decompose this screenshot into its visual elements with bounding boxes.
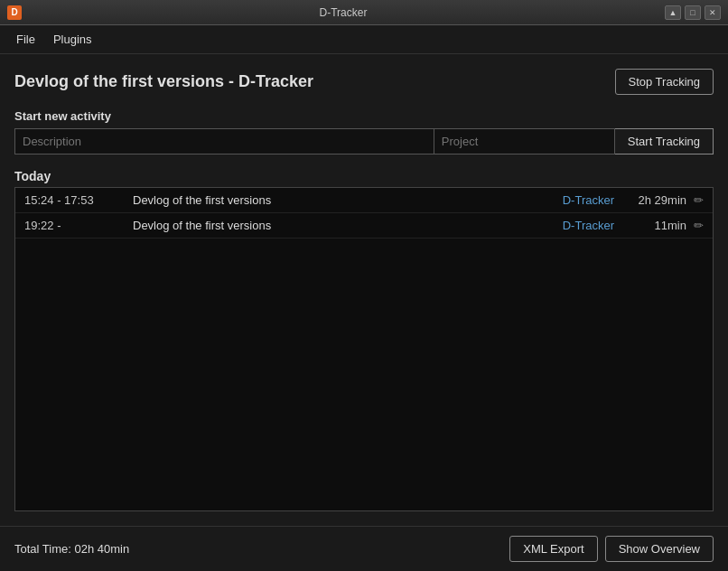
maximize-button[interactable]: □ [685, 5, 701, 20]
activity-duration: 11min [614, 219, 686, 232]
minimize-button[interactable]: ▲ [665, 5, 681, 20]
description-input[interactable] [14, 128, 434, 154]
activity-project: D-Tracker [563, 193, 614, 207]
header-row: Devlog of the first versions - D-Tracker… [14, 69, 714, 95]
table-row: 19:22 -Devlog of the first versionsD-Tra… [15, 213, 713, 239]
today-label: Today [14, 169, 714, 183]
edit-icon[interactable]: ✏ [694, 193, 704, 207]
menubar: File Plugins [0, 25, 728, 54]
new-activity-row: Start Tracking [14, 128, 714, 154]
activity-duration: 2h 29min [614, 193, 686, 207]
app-icon: D [7, 5, 22, 20]
titlebar: D D-Tracker ▲ □ ✕ [0, 0, 728, 25]
activity-time: 15:24 - 17:53 [24, 193, 133, 207]
app-title: Devlog of the first versions - D-Tracker [14, 72, 313, 91]
total-time: Total Time: 02h 40min [14, 542, 129, 556]
menu-plugins[interactable]: Plugins [44, 29, 101, 50]
window-title: D-Tracker [22, 6, 665, 19]
activity-description: Devlog of the first versions [133, 219, 555, 232]
xml-export-button[interactable]: XML Export [509, 536, 597, 562]
close-button[interactable]: ✕ [705, 5, 721, 20]
activity-project: D-Tracker [563, 219, 614, 232]
stop-tracking-button[interactable]: Stop Tracking [615, 69, 714, 95]
activity-time: 19:22 - [24, 219, 133, 232]
project-input[interactable] [434, 128, 615, 154]
show-overview-button[interactable]: Show Overview [605, 536, 714, 562]
table-row: 15:24 - 17:53Devlog of the first version… [15, 188, 713, 213]
footer-buttons: XML Export Show Overview [509, 536, 714, 562]
edit-icon[interactable]: ✏ [694, 219, 704, 232]
menu-file[interactable]: File [7, 29, 44, 50]
start-tracking-button[interactable]: Start Tracking [615, 128, 714, 154]
main-content: Devlog of the first versions - D-Tracker… [0, 54, 728, 526]
activity-description: Devlog of the first versions [133, 193, 555, 207]
footer: Total Time: 02h 40min XML Export Show Ov… [0, 526, 728, 571]
window-controls: ▲ □ ✕ [665, 5, 721, 20]
activity-list: 15:24 - 17:53Devlog of the first version… [14, 187, 714, 511]
new-activity-label: Start new activity [14, 109, 714, 123]
